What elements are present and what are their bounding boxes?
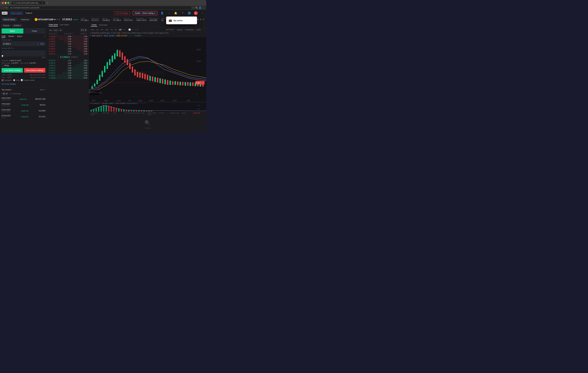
long-button[interactable]: Long (Demo trading) [1, 68, 23, 73]
last-trades-tab[interactable]: Last trades [60, 24, 69, 26]
ob-bid-row-4[interactable]: 17,017.0 0.88 3.68 [47, 67, 89, 69]
ob-bid-row-7[interactable]: 17,013.6 1.26 7.25 [47, 74, 89, 77]
go-to-live-trading-link[interactable]: Go to live trading [1, 82, 45, 86]
chart-crosshair-icon[interactable]: ✛ [132, 29, 133, 31]
my-assets-item[interactable]: 💼 My assets [166, 17, 197, 24]
download-nav-button[interactable]: ↓ [167, 11, 171, 15]
fees-tool[interactable]: 📋 Fees [13, 79, 20, 81]
mover-item-eth1[interactable]: ETH/USDT 12/06, 13:40 Large buy 610,893 [1, 108, 45, 114]
tab-close-button[interactable]: ✕ [42, 2, 43, 4]
mover-item-eth2[interactable]: ETH/USDT 12/06, ... Large buy 513,522 [1, 114, 45, 120]
chart-draw-icon[interactable]: ✏ [134, 29, 136, 31]
help-nav-button[interactable]: ? [180, 11, 185, 15]
ob-bid-row-5[interactable]: 17,015.9 1.08 4.76 [47, 69, 89, 72]
chart-type-icon[interactable]: 📊 [128, 29, 131, 31]
movers-filter-select[interactable]: All [1, 92, 8, 95]
slider-thumb[interactable] [2, 55, 3, 57]
cross-button[interactable]: Cross ▾ [1, 24, 11, 27]
ob-view-btn-1[interactable]: ▬ [49, 29, 52, 31]
trading-bot-button[interactable]: Trading bot [19, 18, 31, 21]
profile-nav-button[interactable]: 👤 [160, 11, 164, 15]
chart-tab[interactable]: Chart [91, 23, 97, 27]
time-5m-btn[interactable]: 5m [100, 28, 104, 31]
grid-view-icon[interactable]: ⊞ [200, 18, 201, 21]
add-tab-button[interactable]: + [47, 1, 48, 4]
ob-view-btn-2[interactable]: ▬▬ [53, 29, 58, 31]
last-price-label[interactable]: Last Price ▾ [166, 29, 175, 31]
time-4h-btn[interactable]: 4h [114, 28, 117, 31]
assets-demo-button[interactable]: Assets – Demo trading ▾ [133, 11, 158, 15]
ob-ask-row-3[interactable]: 17,019.6 1.43 6.08 [47, 40, 89, 43]
ob-bid-row-2[interactable]: 17,017.4 0.80 1.87 [47, 62, 89, 64]
forward-button[interactable]: › [4, 7, 5, 9]
volume-settings-icon[interactable]: ⊙ [138, 103, 140, 104]
overview-tab[interactable]: Overview [98, 23, 108, 26]
more-nav-button[interactable]: ⋮ [200, 11, 204, 15]
volume-eye-icon[interactable]: 👁 [141, 103, 142, 104]
more-options-icon[interactable]: ⋮ [202, 7, 204, 9]
current-pair-check[interactable]: Current pair [10, 93, 21, 95]
user-avatar[interactable]: J [194, 11, 198, 15]
mover-item-yfii[interactable]: YFII/USDT 12/06, 13:41 Large buy 66,622 [1, 102, 45, 108]
time-15m-btn[interactable]: 15m [105, 28, 109, 31]
star-icon[interactable]: ☆ [56, 18, 58, 21]
globe-nav-button[interactable]: 🌐 [187, 11, 191, 15]
ob-view-btn-3[interactable]: ▬ [59, 29, 63, 31]
price-step-down[interactable]: ▼ [37, 44, 39, 46]
info-icon[interactable]: ℹ [59, 18, 60, 21]
ob-ask-row-8[interactable]: 17,017.6 1.10 1.10 [47, 53, 89, 55]
browser-tab[interactable]: ₿ 17,019.2 BTCUSDT1209 | Buy... ✕ [12, 1, 45, 4]
ob-bid-row-8[interactable]: 17,011.8 1.28 8.53 [47, 77, 89, 79]
open-button[interactable]: Open [1, 28, 23, 33]
original-style-btn[interactable]: Original [177, 29, 182, 31]
amount-input[interactable] [3, 52, 44, 54]
reload-button[interactable]: ↻ [6, 7, 8, 9]
pair-selector[interactable]: BTCUSDT1209 ▾ ☆ ℹ [38, 18, 60, 21]
close-button[interactable]: Close [23, 28, 45, 33]
bbo-button[interactable]: BBO [39, 43, 45, 45]
short-button[interactable]: Short (Demo trading) [24, 68, 45, 73]
time-1m-btn[interactable]: 1m [96, 28, 99, 31]
leverage-button[interactable]: 10.00X ▾ [12, 24, 22, 27]
bell-nav-button[interactable]: 🔔 [174, 11, 178, 15]
profile-icon[interactable]: 👤 [199, 7, 201, 9]
chart-settings-icon[interactable]: ⚙ [137, 29, 138, 31]
close-dot[interactable] [2, 2, 4, 4]
amount-slider-track[interactable] [1, 56, 45, 56]
ob-bid-row-1[interactable]: 17,017.5 1.07 1.07 [47, 59, 89, 62]
back-button[interactable]: ‹ [2, 7, 3, 9]
calculator-tool[interactable]: 🧮 Calculator [1, 79, 12, 81]
movers-more-button[interactable]: More > [40, 89, 45, 91]
ob-ask-row-6[interactable]: 17,018.2 0.69 2.69 [47, 48, 89, 50]
bookmark-icon[interactable]: ☆ [192, 7, 194, 9]
minimize-dot[interactable] [5, 2, 7, 4]
maximize-dot[interactable] [7, 2, 9, 4]
position-builder-tool[interactable]: 📊 Position builder [21, 79, 35, 81]
price-input[interactable] [2, 42, 37, 46]
order-settings-icon[interactable]: ⊙ [44, 35, 45, 37]
time-line-btn[interactable]: Line [90, 28, 95, 31]
ob-ask-row-7[interactable]: 17,017.7 0.90 2.00 [47, 50, 89, 53]
price-step-up[interactable]: ▲ [37, 42, 39, 44]
ob-bid-row-3[interactable]: 17,017.3 0.93 2.80 [47, 64, 89, 67]
ob-ask-row-1[interactable]: 17,022.0 0.86 7.96 [47, 35, 89, 38]
manual-trading-button[interactable]: Manual trading [2, 18, 17, 21]
ob-bid-row-6[interactable]: 17,015.0 1.23 5.99 [47, 72, 89, 74]
mover-item-knc[interactable]: KNC/USDT 12/06, 13:41 Large buy 369,587,… [1, 96, 45, 102]
tpsl-checkbox[interactable] [1, 65, 3, 66]
volume-close-icon[interactable]: ✕ [144, 103, 145, 104]
time-more-btn[interactable]: ▾ [123, 28, 125, 31]
time-1h-btn[interactable]: 1h [110, 28, 113, 31]
address-bar[interactable]: okx.com/trade-futures/btc-usdt-221209 [9, 6, 191, 9]
current-pair-checkbox[interactable] [10, 93, 11, 95]
extension-icon[interactable]: 🔌 [195, 7, 198, 9]
settings-icon[interactable]: ⚙ [203, 18, 204, 21]
tradingview-style-btn[interactable]: TradingView [185, 29, 194, 31]
ob-size-select[interactable]: 0.1 [80, 28, 87, 32]
stop-order-button[interactable]: Stop ▾ [17, 35, 22, 38]
demo-trading-badge[interactable]: Demo trading [10, 12, 23, 14]
trade-menu[interactable]: Trade ▾ [25, 12, 32, 14]
time-1w-btn[interactable]: 1W [118, 28, 122, 31]
live-trading-button[interactable]: ⦿ Live trading [114, 11, 130, 15]
limit-order-button[interactable]: Limit [1, 35, 5, 38]
